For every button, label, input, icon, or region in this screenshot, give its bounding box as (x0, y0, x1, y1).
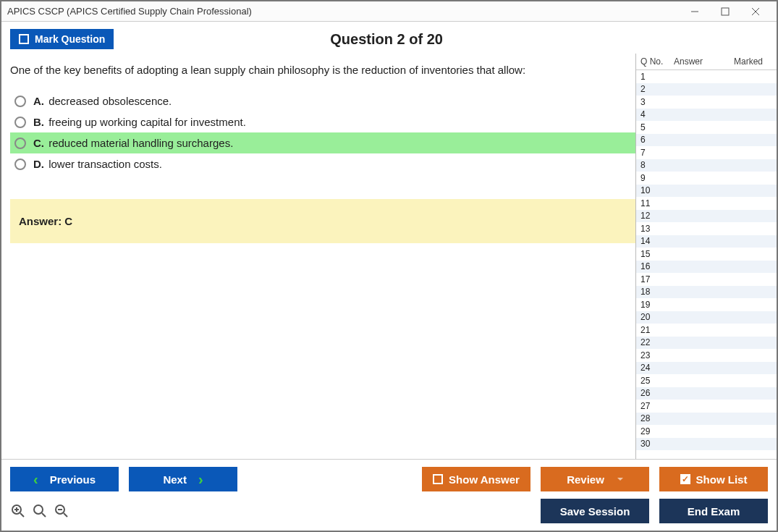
app-window: APICS CSCP (APICS Certified Supply Chain… (0, 0, 778, 532)
svg-line-9 (42, 513, 46, 517)
radio-icon (14, 159, 26, 170)
option-row[interactable]: D. lower transaction costs. (10, 153, 635, 174)
question-list-header: Q No. Answer Marked (636, 54, 777, 70)
window-minimize-button[interactable] (680, 1, 710, 22)
save-session-button[interactable]: Save Session (541, 499, 649, 523)
option-text: B. freeing up working capital for invest… (33, 116, 246, 128)
show-list-button[interactable]: Show List (659, 467, 768, 491)
question-list-row[interactable]: 29 (636, 425, 777, 438)
footer-row-1: Previous Next Show Answer Review Show Li… (10, 467, 768, 491)
zoom-reset-icon[interactable] (32, 503, 48, 519)
question-list-row[interactable]: 12 (636, 210, 777, 223)
svg-rect-1 (722, 8, 729, 15)
checkbox-icon (19, 34, 29, 44)
question-list-row[interactable]: 15 (636, 248, 777, 261)
question-list-row[interactable]: 6 (636, 134, 777, 147)
window-title: APICS CSCP (APICS Certified Supply Chain… (7, 6, 680, 17)
svg-line-11 (64, 513, 67, 517)
question-list-row[interactable]: 21 (636, 324, 777, 337)
svg-line-5 (20, 513, 24, 517)
footer-row-2: Save Session End Exam (10, 499, 768, 523)
question-list-row[interactable]: 14 (636, 235, 777, 248)
mark-question-button[interactable]: Mark Question (10, 29, 114, 49)
col-header-qno: Q No. (640, 56, 674, 67)
question-list-row[interactable]: 22 (636, 337, 777, 350)
option-text: D. lower transaction costs. (33, 158, 162, 170)
mark-question-label: Mark Question (35, 33, 105, 45)
option-text: C. reduced material handling surcharges. (33, 137, 233, 149)
question-list-row[interactable]: 23 (636, 349, 777, 362)
question-text: One of the key benefits of adopting a le… (10, 58, 635, 85)
question-list-row[interactable]: 2 (636, 83, 777, 96)
question-list-row[interactable]: 19 (636, 298, 777, 311)
footer: Previous Next Show Answer Review Show Li… (1, 459, 777, 531)
question-list-row[interactable]: 25 (636, 374, 777, 387)
option-row[interactable]: B. freeing up working capital for invest… (10, 111, 635, 132)
option-row[interactable]: A. decreased obsolescence. (10, 90, 635, 111)
col-header-answer: Answer (674, 56, 724, 67)
question-list-row[interactable]: 16 (636, 261, 777, 274)
previous-button[interactable]: Previous (10, 467, 119, 491)
review-button[interactable]: Review (541, 467, 649, 491)
end-exam-button[interactable]: End Exam (659, 499, 768, 523)
answer-box: Answer: C (10, 199, 635, 243)
question-list-row[interactable]: 17 (636, 273, 777, 286)
window-maximize-button[interactable] (710, 1, 740, 22)
question-list-row[interactable]: 11 (636, 197, 777, 210)
option-row[interactable]: C. reduced material handling surcharges. (10, 132, 635, 153)
options-list: A. decreased obsolescence.B. freeing up … (10, 90, 635, 174)
question-list-row[interactable]: 24 (636, 362, 777, 375)
radio-icon (14, 138, 26, 149)
question-list-row[interactable]: 8 (636, 159, 777, 172)
question-list-row[interactable]: 5 (636, 121, 777, 134)
window-close-button[interactable] (740, 1, 771, 22)
question-list-row[interactable]: 30 (636, 438, 777, 451)
main-panel: One of the key benefits of adopting a le… (1, 54, 635, 459)
question-list-row[interactable]: 10 (636, 185, 777, 198)
zoom-out-icon[interactable] (54, 503, 69, 519)
question-list-row[interactable]: 13 (636, 222, 777, 235)
question-list-row[interactable]: 1 (636, 70, 777, 83)
col-header-marked: Marked (724, 56, 772, 67)
question-list-panel: Q No. Answer Marked 12345678910111213141… (635, 54, 777, 459)
body: One of the key benefits of adopting a le… (1, 54, 777, 459)
question-list-row[interactable]: 7 (636, 146, 777, 159)
header-row: Mark Question Question 2 of 20 (1, 22, 777, 54)
question-list-row[interactable]: 26 (636, 387, 777, 400)
question-list-row[interactable]: 4 (636, 109, 777, 122)
question-list-row[interactable]: 20 (636, 311, 777, 324)
question-list-row[interactable]: 27 (636, 400, 777, 413)
zoom-controls (10, 503, 69, 519)
question-list-row[interactable]: 9 (636, 172, 777, 185)
option-text: A. decreased obsolescence. (33, 95, 172, 107)
question-list-row[interactable]: 3 (636, 96, 777, 109)
radio-icon (14, 117, 26, 128)
show-answer-button[interactable]: Show Answer (422, 467, 530, 491)
checkbox-checked-icon (680, 474, 690, 484)
next-button[interactable]: Next (129, 467, 237, 491)
question-list-body[interactable]: 1234567891011121314151617181920212223242… (636, 70, 777, 459)
question-counter: Question 2 of 20 (114, 31, 659, 48)
question-list-row[interactable]: 18 (636, 286, 777, 299)
svg-point-8 (34, 505, 43, 514)
titlebar: APICS CSCP (APICS Certified Supply Chain… (1, 1, 777, 22)
checkbox-icon (433, 474, 443, 484)
question-list-row[interactable]: 28 (636, 413, 777, 426)
radio-icon (14, 96, 26, 107)
zoom-in-icon[interactable] (10, 503, 26, 519)
